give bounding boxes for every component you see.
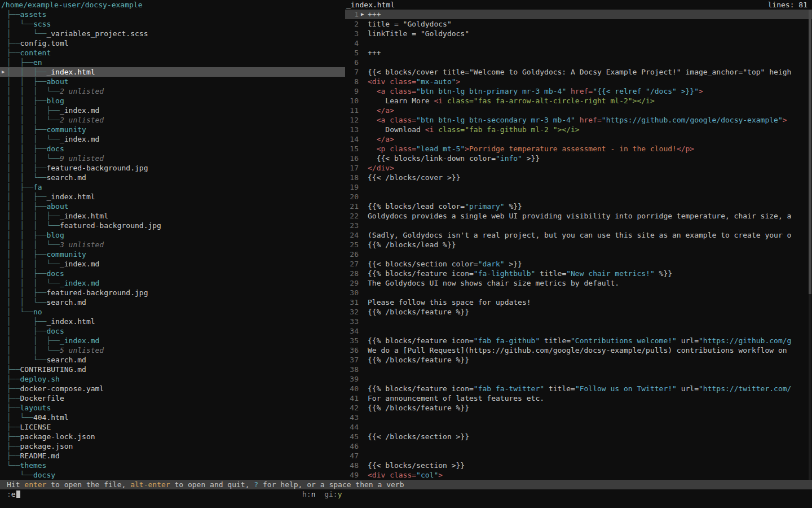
tree-item-readme-md[interactable]: ├──README.md (0, 451, 345, 461)
tree-item-contributing-md[interactable]: ├──CONTRIBUTING.md (0, 365, 345, 374)
text-segment: "{{< relref "/docs" >}}" (593, 87, 699, 95)
tree-item-label: scss (33, 19, 51, 29)
text-segment: e (11, 490, 16, 498)
code-line-8: 8<div class="mx-auto"> (345, 77, 812, 86)
text-segment: "New chair metrics!" (566, 269, 655, 278)
code-text: {{< /blocks/cover >}} (368, 173, 460, 182)
command-input-line[interactable]: :e h:n gi:y (0, 489, 812, 499)
flag-pointer-icon (360, 154, 368, 163)
flag-pointer-icon (360, 307, 368, 317)
text-segment: "lead mt-5" (416, 144, 465, 153)
tree-item-2-unlisted[interactable]: │ │ │ └──2 unlisted (0, 115, 345, 125)
text-segment: title= (544, 384, 575, 393)
tree-item-search-md[interactable]: │ │ └──search.md (0, 297, 345, 307)
text-segment: Porridge temperature assessment - in the… (469, 144, 677, 153)
tree-item--index-md[interactable]: │ │ │ └──_index.md (0, 259, 345, 269)
tree-item-404-html[interactable]: │ └──404.html (0, 413, 345, 422)
preview-scrollbar[interactable] (809, 10, 811, 480)
tree-item--index-html[interactable]: │ │ │ ├──_index.html (0, 211, 345, 221)
tree-item-content[interactable]: ├──content (0, 48, 345, 58)
line-number: 13 (345, 125, 360, 134)
tree-item--index-md[interactable]: │ │ │ └──_index.md (0, 278, 345, 288)
tree-branch-lines: │ │ ├── (7, 249, 46, 259)
tree-item-docker-compose-yaml[interactable]: ├──docker-compose.yaml (0, 384, 345, 393)
tree-item-scss[interactable]: │ └──scss (0, 19, 345, 29)
selection-arrow-icon (0, 144, 7, 154)
tree-item-package-lock-json[interactable]: ├──package-lock.json (0, 432, 345, 441)
text-segment: {{< /blocks/cover >}} (368, 173, 460, 182)
selection-arrow-icon (0, 393, 7, 403)
tree-item-community[interactable]: │ │ ├──community (0, 249, 345, 259)
tree-item-featured-background-jpg[interactable]: │ │ ├──featured-background.jpg (0, 163, 345, 173)
tree-item-search-md[interactable]: │ └──search.md (0, 355, 345, 365)
line-number: 39 (345, 374, 360, 384)
code-line-27: 27{{< blocks/section color="dark" >}} (345, 259, 812, 269)
line-number: 29 (345, 278, 360, 288)
tree-item-search-md[interactable]: │ │ └──search.md (0, 173, 345, 182)
tree-item-layouts[interactable]: ├──layouts (0, 403, 345, 413)
tree-item-package-json[interactable]: ├──package.json (0, 441, 345, 451)
tree-item-dockerfile[interactable]: ├──Dockerfile (0, 393, 345, 403)
tree-item-fa[interactable]: │ ├──fa (0, 182, 345, 192)
selection-arrow-icon (0, 182, 7, 192)
tree-item--index-html[interactable]: │ │ ├──_index.html (0, 192, 345, 202)
verb-input[interactable]: :e (7, 489, 20, 499)
tree-item-docs[interactable]: │ │ ├──docs (0, 144, 345, 154)
code-line-3: 3linkTitle = "Goldydocs" (345, 29, 812, 38)
tree-item--index-md[interactable]: │ │ ├──_index.md (0, 336, 345, 345)
tree-item--variables-project-scss[interactable]: │ └──_variables_project.scss (0, 29, 345, 38)
code-text: <div class="col"> (368, 470, 443, 480)
tree-item--index-md[interactable]: │ │ │ └──_index.md (0, 134, 345, 144)
text-segment: +++ (368, 49, 381, 57)
text-segment: {{% blocks/feature icon= (368, 384, 474, 393)
tree-branch-lines: │ └── (7, 307, 33, 317)
tree-item-assets[interactable]: ├──assets (0, 10, 345, 19)
tree-item-about[interactable]: │ │ ├──about (0, 77, 345, 86)
tree-item-deploy-sh[interactable]: ├──deploy.sh (0, 374, 345, 384)
tree-item-9-unlisted[interactable]: │ │ │ └──9 unlisted (0, 154, 345, 163)
tree-item-label: community (46, 249, 86, 259)
tree-item--index-html[interactable]: ▶│ │ ├──_index.html (0, 67, 345, 77)
flag-pointer-icon (360, 163, 368, 173)
tree-item-blog[interactable]: │ │ ├──blog (0, 96, 345, 106)
text-segment: "info" (496, 154, 522, 163)
tree-item-license[interactable]: ├──LICENSE (0, 422, 345, 432)
flag-pointer-icon (360, 230, 368, 240)
code-line-18: 18{{< /blocks/cover >}} (345, 173, 812, 182)
tree-item-featured-background-jpg[interactable]: │ │ ├──featured-background.jpg (0, 288, 345, 297)
tree-item-community[interactable]: │ │ ├──community (0, 125, 345, 134)
tree-item-about[interactable]: │ │ ├──about (0, 202, 345, 211)
tree-item-themes[interactable]: └──themes (0, 461, 345, 470)
text-segment: {{< /blocks/section >}} (368, 432, 469, 441)
tree-item-no[interactable]: │ └──no (0, 307, 345, 317)
code-line-16: 16 {{< blocks/link-down color="info" >}} (345, 154, 812, 163)
tree-item-label: blog (46, 96, 64, 106)
tree-item-blog[interactable]: │ │ ├──blog (0, 230, 345, 240)
flag-pointer-icon (360, 249, 368, 259)
tree-item-3-unlisted[interactable]: │ │ │ └──3 unlisted (0, 240, 345, 249)
tree-item-label: featured-background.jpg (46, 163, 148, 173)
tree-item--index-html[interactable]: │ ├──_index.html (0, 317, 345, 326)
tree-item-label: search.md (46, 297, 86, 307)
tree-item-label: 9 unlisted (60, 154, 104, 163)
code-line-43: 43 (345, 413, 812, 422)
text-segment: > (783, 116, 787, 124)
tree-item-featured-background-jpg[interactable]: │ │ │ └──featured-background.jpg (0, 221, 345, 230)
tree-item-docs[interactable]: │ ├──docs (0, 326, 345, 336)
code-line-49: 49<div class="col"> (345, 470, 812, 480)
line-number: 33 (345, 317, 360, 326)
flag-pointer-icon (360, 38, 368, 48)
tree-item-config-toml[interactable]: ├──config.toml (0, 38, 345, 48)
tree-item-en[interactable]: │ ├──en (0, 58, 345, 67)
preview-scrollbar-thumb[interactable] (809, 10, 811, 294)
tree-item-docsy[interactable]: └──docsy (0, 470, 345, 480)
line-number: 6 (345, 58, 360, 67)
tree-item-5-unlisted[interactable]: │ │ └──5 unlisted (0, 345, 345, 355)
tree-item--index-md[interactable]: │ │ │ ├──_index.md (0, 106, 345, 115)
tree-branch-lines: ├── (7, 48, 20, 58)
tree-branch-lines: │ │ └── (7, 173, 46, 182)
tree-item-2-unlisted[interactable]: │ │ │ └──2 unlisted (0, 86, 345, 96)
selection-arrow-icon (0, 326, 7, 336)
tree-item-docs[interactable]: │ │ ├──docs (0, 269, 345, 278)
tree-item-label: community (46, 125, 86, 134)
